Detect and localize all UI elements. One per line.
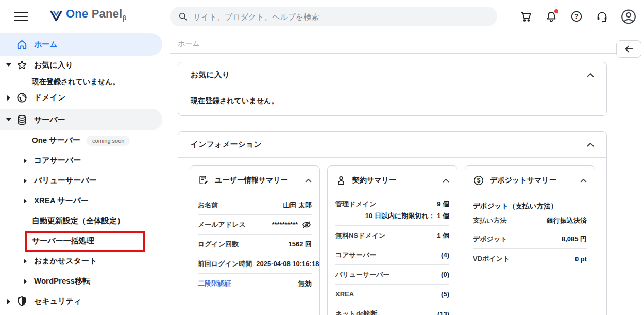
- user-summary-header[interactable]: ユーザー情報サマリー: [190, 166, 319, 195]
- app-logo[interactable]: One Panelβ: [49, 7, 126, 23]
- person-icon: [335, 175, 347, 186]
- svg-text:$: $: [477, 177, 481, 184]
- contract-summary-header[interactable]: 契約サマリー: [328, 166, 457, 195]
- deposit-summary-title: デポジットサマリー: [490, 176, 574, 185]
- chevron-up-icon[interactable]: [305, 178, 312, 183]
- sidebar-item-wordpress-migration[interactable]: WordPress移転: [0, 271, 162, 291]
- document-edit-icon: [198, 175, 209, 186]
- collapse-caret-icon[interactable]: [21, 178, 30, 184]
- chevron-up-icon[interactable]: [587, 142, 594, 147]
- sidebar-nav: ホーム お気に入り 現在登録されていません。 ドメイン: [0, 33, 162, 315]
- cart-icon[interactable]: [519, 10, 533, 23]
- sidebar-item-value-server[interactable]: バリューサーバー: [0, 171, 162, 191]
- contract-row-net-de-shindan: ネットde診断 (13): [335, 304, 449, 315]
- logo-text: One Panelβ: [66, 7, 126, 22]
- sidebar-label-home: ホーム: [34, 40, 58, 49]
- sidebar-item-security[interactable]: セキュリティ: [0, 291, 162, 311]
- contract-row-core-server: コアサーバー (4): [335, 245, 449, 265]
- main-content: ホーム お気に入り 現在登録されていません。 インフォメーション: [162, 33, 644, 315]
- collapse-caret-icon[interactable]: [4, 299, 13, 304]
- contract-summary-card: 契約サマリー 管理ドメイン 9 個 10 日以内に期限切れ： 1 個 無料: [327, 165, 457, 315]
- user-row-name: お名前 山田 太郎: [198, 195, 312, 215]
- user-summary-card: ユーザー情報サマリー お名前 山田 太郎 メールアドレス **********: [190, 165, 320, 315]
- chevron-up-icon[interactable]: [580, 178, 587, 183]
- user-row-email: メールアドレス **********: [198, 215, 312, 235]
- arrow-left-icon: [623, 43, 635, 55]
- panel-collapse-button[interactable]: [616, 40, 641, 58]
- user-row-last-login: 前回ログイン時間 2025-04-08 10:16:18: [198, 254, 312, 274]
- account-icon[interactable]: [620, 8, 637, 25]
- user-row-login-count: ログイン回数 1562 回: [198, 235, 312, 254]
- expiring-domains-note: 10 日以内に期限切れ： 1 個: [335, 211, 449, 221]
- home-icon: [15, 38, 28, 51]
- deposit-payment-heading: デポジット（支払い方法）: [473, 202, 587, 211]
- sidebar-favorites-empty-note: 現在登録されていません。: [0, 74, 162, 90]
- favorites-empty-text: 現在登録されていません。: [178, 88, 606, 114]
- collapse-caret-icon[interactable]: [21, 259, 30, 264]
- sidebar-item-auto-renew[interactable]: 自動更新設定（全体設定）: [0, 211, 162, 231]
- two-factor-link[interactable]: 二段階認証: [198, 279, 231, 288]
- collapse-caret-icon[interactable]: [4, 95, 13, 101]
- user-summary-title: ユーザー情報サマリー: [215, 176, 299, 185]
- chevron-up-icon[interactable]: [587, 73, 594, 77]
- coming-soon-badge: coming soon: [87, 136, 130, 146]
- sidebar-item-home[interactable]: ホーム: [0, 33, 162, 56]
- database-icon: [15, 113, 28, 126]
- sidebar-item-xrea-server[interactable]: XREA サーバー: [0, 191, 162, 211]
- hamburger-menu-icon[interactable]: [14, 10, 28, 23]
- help-icon[interactable]: ?: [570, 10, 583, 23]
- dollar-circle-icon: $: [473, 175, 484, 186]
- sidebar-label-domain: ドメイン: [34, 93, 65, 103]
- chevron-up-icon[interactable]: [443, 178, 449, 183]
- logo-v-icon: [49, 9, 63, 23]
- favorites-card: お気に入り 現在登録されていません。: [178, 62, 607, 116]
- user-row-two-factor: 二段階認証 無効: [198, 274, 312, 293]
- support-icon[interactable]: [595, 10, 608, 23]
- search-input[interactable]: [193, 12, 489, 21]
- breadcrumb-divider: [170, 53, 616, 54]
- globe-icon: [15, 92, 28, 104]
- expand-caret-icon[interactable]: [4, 63, 13, 67]
- contract-row-free-ns: 無料NSドメイン 1 個: [335, 226, 449, 245]
- deposit-summary-card: $ デポジットサマリー デポジット（支払い方法） 支払い方法 銀行振込決済 デポ…: [465, 165, 595, 315]
- sidebar-item-server[interactable]: サーバー: [0, 109, 162, 130]
- sidebar-item-core-server[interactable]: コアサーバー: [0, 151, 162, 171]
- expand-caret-icon[interactable]: [4, 118, 13, 121]
- deposit-summary-header[interactable]: $ デポジットサマリー: [465, 166, 595, 195]
- collapse-caret-icon[interactable]: [21, 198, 30, 204]
- header-icon-group: ?: [519, 0, 637, 33]
- notification-dot: [554, 9, 558, 13]
- sidebar-label-server: サーバー: [34, 115, 65, 125]
- right-panel-divider: [633, 57, 633, 315]
- sidebar-item-domain[interactable]: ドメイン: [0, 90, 162, 106]
- contract-summary-title: 契約サマリー: [352, 176, 437, 185]
- contract-row-value-server: バリューサーバー (0): [335, 265, 449, 285]
- summary-cards-row: ユーザー情報サマリー お名前 山田 太郎 メールアドレス **********: [178, 158, 606, 315]
- bell-icon[interactable]: [545, 10, 558, 23]
- information-card-header[interactable]: インフォメーション: [178, 132, 606, 158]
- favorites-card-title: お気に入り: [191, 70, 230, 80]
- deposit-row-payment-method: 支払い方法 銀行振込決済: [473, 212, 587, 229]
- search-icon: [178, 11, 188, 22]
- breadcrumb[interactable]: ホーム: [178, 39, 200, 48]
- global-search[interactable]: [170, 7, 497, 26]
- contract-row-xrea: XREA (5): [335, 285, 449, 304]
- collapse-caret-icon[interactable]: [21, 158, 30, 163]
- top-header: One Panelβ: [0, 0, 644, 33]
- sidebar-item-favorites[interactable]: お気に入り: [0, 56, 162, 74]
- information-card: インフォメーション ユーザー情報サマリー: [178, 131, 607, 315]
- sidebar-item-omakase-start[interactable]: おまかせスタート: [0, 251, 162, 271]
- star-icon: [15, 59, 28, 71]
- favorites-card-header[interactable]: お気に入り: [178, 62, 606, 88]
- svg-text:?: ?: [574, 13, 578, 20]
- information-card-title: インフォメーション: [191, 140, 262, 150]
- one-panel-app: One Panelβ: [0, 0, 644, 315]
- collapse-caret-icon[interactable]: [21, 279, 30, 284]
- contract-row-managed-domains: 管理ドメイン 9 個 10 日以内に期限切れ： 1 個: [335, 195, 449, 226]
- sidebar-item-server-batch[interactable]: サーバー一括処理: [0, 231, 162, 251]
- deposit-row-vd-points: VDポイント 0 pt: [473, 249, 587, 269]
- sidebar-label-favorites: お気に入り: [34, 60, 73, 70]
- deposit-row-deposit: デポジット 8,085 円: [473, 229, 587, 249]
- sidebar-item-one-server[interactable]: One サーバー coming soon: [0, 130, 162, 151]
- eye-off-icon[interactable]: [301, 220, 312, 230]
